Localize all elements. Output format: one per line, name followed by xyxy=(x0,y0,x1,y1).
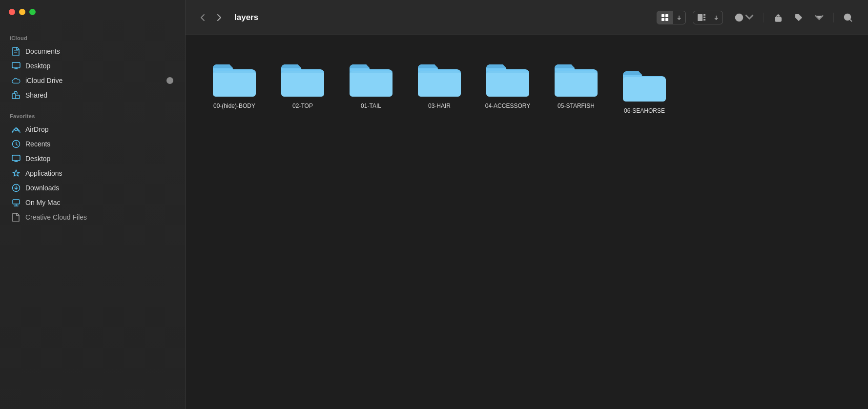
svg-rect-8 xyxy=(665,14,668,17)
desktop2-icon xyxy=(12,154,21,163)
svg-rect-23 xyxy=(213,71,256,73)
doc-icon xyxy=(12,47,21,56)
folder-item-6[interactable]: 05-STARFISH xyxy=(547,55,605,119)
svg-rect-30 xyxy=(486,71,529,97)
more-options-button[interactable] xyxy=(731,10,758,25)
back-button[interactable] xyxy=(197,12,208,23)
toolbar: layers xyxy=(186,0,868,35)
svg-rect-28 xyxy=(418,71,461,97)
shared-icon xyxy=(12,91,21,100)
svg-point-17 xyxy=(739,17,740,18)
sidebar-icloud-label: iCloud Drive xyxy=(25,77,62,84)
sidebar-downloads-label: Downloads xyxy=(25,184,59,192)
folder-item-3[interactable]: 01-TAIL xyxy=(342,55,400,119)
folder-label-7: 06-SEAHORSE xyxy=(624,107,665,115)
svg-rect-32 xyxy=(555,71,598,97)
folder-icon-2 xyxy=(279,59,326,98)
sidebar-desktop2-label: Desktop xyxy=(25,155,50,163)
folder-icon-4 xyxy=(416,59,463,98)
svg-rect-0 xyxy=(12,62,20,68)
svg-rect-7 xyxy=(661,14,664,17)
sidebar: iCloud Documents Desktop xyxy=(0,0,186,409)
icloud-section-label: iCloud xyxy=(0,29,185,44)
folder-icon-7 xyxy=(621,63,668,102)
sidebar-item-icloud-drive[interactable]: iCloud Drive xyxy=(4,74,181,87)
desktop-icon xyxy=(12,61,21,70)
toolbar-divider-2 xyxy=(833,13,834,22)
svg-rect-4 xyxy=(12,155,20,161)
minimize-button[interactable] xyxy=(19,9,25,15)
sync-indicator xyxy=(166,77,173,84)
folder-label-6: 05-STARFISH xyxy=(558,102,595,110)
folder-item-7[interactable]: 06-SEAHORSE xyxy=(615,60,674,119)
sidebar-item-documents[interactable]: Documents xyxy=(4,44,181,58)
sidebar-shared-label: Shared xyxy=(25,91,47,99)
svg-rect-33 xyxy=(555,71,598,73)
close-button[interactable] xyxy=(9,9,15,15)
icon-view-button[interactable] xyxy=(657,11,673,24)
svg-point-20 xyxy=(797,15,798,17)
svg-rect-12 xyxy=(703,14,705,16)
sidebar-item-recents[interactable]: Recents xyxy=(4,137,181,151)
toolbar-controls xyxy=(657,10,856,25)
maximize-button[interactable] xyxy=(29,9,36,15)
tag-button[interactable] xyxy=(790,10,807,25)
sidebar-desktop-label: Desktop xyxy=(25,62,50,70)
view-sort-button[interactable] xyxy=(673,12,685,23)
sidebar-airdrop-label: AirDrop xyxy=(25,125,48,133)
folder-item-2[interactable]: 02-TOP xyxy=(273,55,332,119)
gallery-view-group xyxy=(693,11,723,24)
traffic-lights xyxy=(9,9,36,15)
sidebar-documents-label: Documents xyxy=(25,47,60,55)
svg-rect-27 xyxy=(350,71,393,73)
folder-label-1: 00-(hide)-BODY xyxy=(213,102,255,110)
svg-rect-34 xyxy=(623,77,666,102)
gallery-sort-button[interactable] xyxy=(710,12,723,23)
folder-item-1[interactable]: 00-(hide)-BODY xyxy=(205,55,264,119)
sidebar-item-downloads[interactable]: Downloads xyxy=(4,181,181,195)
applications-icon xyxy=(12,169,21,178)
folder-label-4: 03-HAIR xyxy=(428,102,451,110)
sidebar-on-my-mac-label: On My Mac xyxy=(25,199,61,206)
svg-rect-14 xyxy=(703,19,705,20)
svg-point-18 xyxy=(740,17,741,18)
sidebar-item-desktop[interactable]: Desktop xyxy=(4,59,181,73)
sidebar-item-shared[interactable]: Shared xyxy=(4,88,181,102)
sidebar-item-applications[interactable]: Applications xyxy=(4,166,181,180)
creative-cloud-icon xyxy=(12,213,21,222)
airdrop-icon xyxy=(12,125,21,134)
sidebar-item-on-my-mac[interactable]: On My Mac xyxy=(4,196,181,209)
recents-icon xyxy=(12,140,21,148)
downloads-icon xyxy=(12,184,21,192)
svg-rect-6 xyxy=(13,200,20,204)
toolbar-divider-1 xyxy=(764,13,764,22)
icloud-icon xyxy=(12,76,21,85)
forward-button[interactable] xyxy=(214,12,225,23)
svg-rect-1 xyxy=(12,94,16,99)
more-options-btn-wrap xyxy=(731,10,758,25)
svg-rect-10 xyxy=(665,18,668,21)
folder-icon-3 xyxy=(348,59,394,98)
sidebar-item-creative-cloud[interactable]: Creative Cloud Files xyxy=(4,210,181,224)
svg-rect-31 xyxy=(486,71,529,73)
svg-rect-25 xyxy=(281,71,324,73)
tag-dropdown-button[interactable] xyxy=(811,10,827,25)
share-button[interactable] xyxy=(770,10,786,25)
svg-rect-26 xyxy=(350,71,393,97)
folder-icon-1 xyxy=(211,59,258,98)
folder-item-5[interactable]: 04-ACCESSORY xyxy=(478,55,537,119)
gallery-view-button[interactable] xyxy=(693,11,710,24)
folder-icon-5 xyxy=(484,59,531,98)
sidebar-item-desktop2[interactable]: Desktop xyxy=(4,152,181,165)
favorites-section-label: Favorites xyxy=(0,107,185,122)
file-area: 00-(hide)-BODY 02-TOP xyxy=(186,35,868,409)
search-button[interactable] xyxy=(840,10,856,25)
folder-item-4[interactable]: 03-HAIR xyxy=(410,55,469,119)
toolbar-title: layers xyxy=(234,13,258,22)
sidebar-item-airdrop[interactable]: AirDrop xyxy=(4,123,181,136)
svg-rect-13 xyxy=(703,17,705,18)
svg-rect-22 xyxy=(213,71,256,97)
svg-rect-24 xyxy=(281,71,324,97)
sidebar-creative-cloud-label: Creative Cloud Files xyxy=(25,213,87,221)
svg-rect-19 xyxy=(775,17,782,21)
